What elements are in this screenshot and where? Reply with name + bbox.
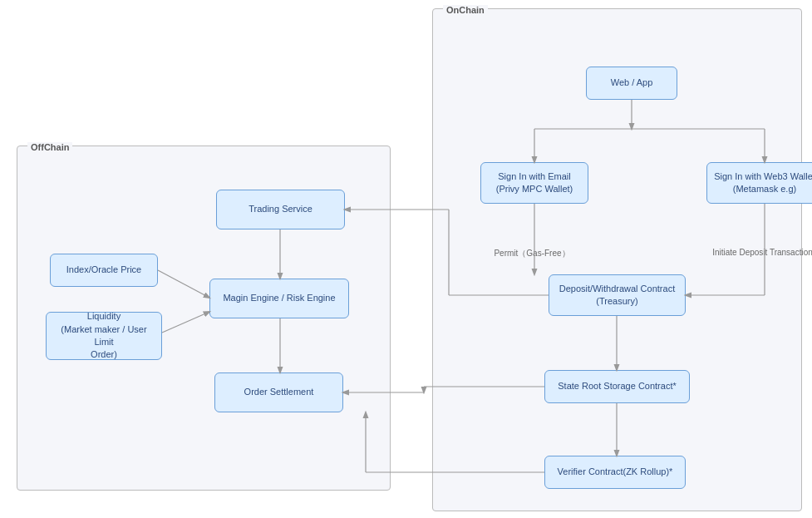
- settlement-node: Order Settlement: [214, 372, 343, 412]
- liquidity-node: Liquidity(Market maker / User LimitOrder…: [46, 312, 162, 360]
- onchain-label: OnChain: [443, 5, 488, 15]
- verifier-node: Verifier Contract(ZK Rollup)*: [544, 456, 686, 489]
- deposit-node: Deposit/Withdrawal Contract(Treasury): [549, 274, 686, 316]
- diagram-container: OnChain OffChain Web / App Sign In with …: [0, 0, 812, 518]
- trading-node: Trading Service: [216, 190, 345, 229]
- state-root-node: State Root Storage Contract*: [544, 370, 690, 403]
- permit-label: Permit（Gas-Free）: [474, 248, 590, 259]
- webapp-node: Web / App: [586, 67, 677, 100]
- offchain-label: OffChain: [27, 142, 72, 152]
- index-oracle-node: Index/Oracle Price: [50, 254, 158, 287]
- initiate-label: Initiate Deposit Transactions: [698, 248, 812, 257]
- signin-email-node: Sign In with Email(Privy MPC Wallet): [480, 162, 588, 204]
- margin-node: Magin Engine / Risk Engine: [209, 279, 349, 318]
- signin-web3-node: Sign In with Web3 Wallet(Metamask e.g): [706, 162, 812, 204]
